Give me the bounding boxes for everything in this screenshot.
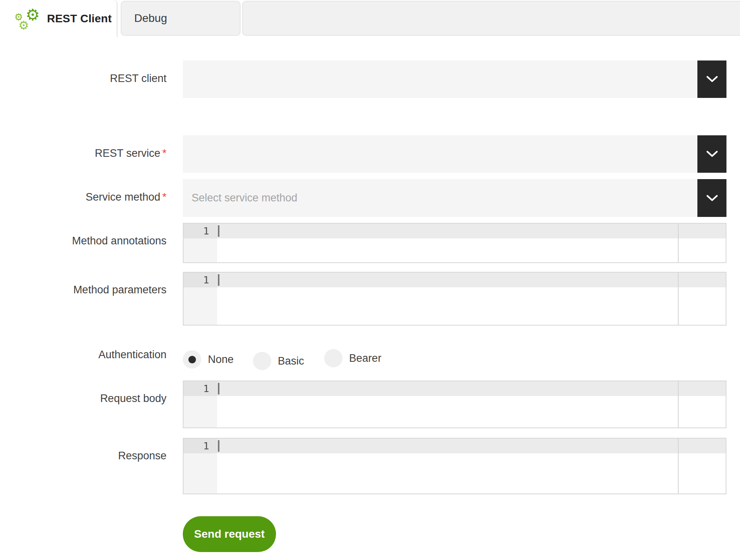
tab-rest-client[interactable]: ⚙ ⚙ ⚙ REST Client — [0, 0, 117, 37]
response-editor[interactable]: 1 — [183, 438, 726, 494]
tab-debug-label: Debug — [134, 12, 167, 25]
rest-service-select[interactable] — [183, 135, 726, 173]
send-request-button[interactable]: Send request — [183, 516, 276, 552]
service-method-dropdown-button[interactable] — [697, 179, 726, 217]
gears-icon: ⚙ ⚙ ⚙ — [14, 8, 39, 29]
editor-right-pane — [678, 273, 726, 325]
service-method-placeholder: Select service method — [192, 179, 298, 217]
radio-none[interactable]: None — [183, 350, 234, 369]
request-body-row: Request body 1 — [0, 380, 740, 428]
method-annotations-label: Method annotations — [0, 223, 183, 263]
rest-client-dropdown-button[interactable] — [697, 60, 726, 98]
rest-service-dropdown-button[interactable] — [697, 135, 726, 173]
tab-bar-filler — [242, 1, 740, 36]
line-number: 1 — [184, 273, 217, 287]
radio-basic[interactable]: Basic — [253, 352, 304, 370]
service-method-label: Service method* — [0, 179, 183, 217]
text-cursor — [218, 225, 219, 237]
text-cursor — [218, 440, 219, 452]
rest-service-row: REST service* — [0, 135, 740, 173]
editor-code-area[interactable] — [217, 224, 678, 262]
rest-client-select[interactable] — [183, 60, 726, 98]
line-number: 1 — [184, 224, 217, 238]
required-asterisk: * — [162, 147, 166, 159]
radio-none-label: None — [208, 353, 234, 366]
radio-unselected-icon — [324, 349, 343, 367]
radio-bearer[interactable]: Bearer — [324, 349, 382, 367]
gear-icon: ⚙ — [18, 20, 29, 31]
request-body-label: Request body — [0, 380, 183, 428]
text-cursor — [218, 274, 219, 286]
text-cursor — [218, 383, 219, 394]
radio-unselected-icon — [253, 352, 271, 370]
tab-rest-client-label: REST Client — [47, 12, 112, 25]
method-annotations-row: Method annotations 1 — [0, 223, 740, 263]
editor-code-area[interactable] — [217, 439, 678, 494]
rest-client-row: REST client — [0, 60, 740, 98]
line-number: 1 — [184, 439, 217, 453]
response-row: Response 1 — [0, 438, 740, 494]
method-parameters-label: Method parameters — [0, 272, 183, 326]
radio-selected-icon — [183, 350, 201, 369]
editor-right-pane — [678, 224, 726, 262]
editor-line-gutter: 1 — [184, 224, 217, 262]
editor-right-pane — [678, 439, 726, 494]
response-label: Response — [0, 438, 183, 494]
radio-bearer-label: Bearer — [349, 352, 382, 365]
method-parameters-editor[interactable]: 1 — [183, 272, 726, 326]
editor-line-gutter: 1 — [184, 381, 217, 427]
editor-line-gutter: 1 — [184, 439, 217, 494]
editor-right-pane — [678, 381, 726, 427]
authentication-row: Authentication None Basic Bearer — [0, 343, 740, 369]
rest-service-label: REST service* — [0, 135, 183, 173]
service-method-row: Service method* Select service method — [0, 179, 740, 217]
chevron-down-icon — [707, 76, 718, 82]
tab-debug[interactable]: Debug — [121, 1, 241, 36]
required-asterisk: * — [162, 191, 166, 203]
chevron-down-icon — [707, 151, 718, 157]
method-parameters-row: Method parameters 1 — [0, 272, 740, 326]
editor-code-area[interactable] — [217, 273, 678, 325]
chevron-down-icon — [707, 195, 718, 201]
request-body-editor[interactable]: 1 — [183, 380, 726, 428]
rest-client-label: REST client — [0, 60, 183, 98]
line-number: 1 — [184, 381, 217, 396]
method-annotations-editor[interactable]: 1 — [183, 223, 726, 263]
editor-code-area[interactable] — [217, 381, 678, 427]
radio-basic-label: Basic — [278, 355, 304, 367]
authentication-radio-group: None Basic Bearer — [183, 343, 726, 369]
tab-bar: ⚙ ⚙ ⚙ REST Client Debug — [0, 0, 740, 38]
authentication-label: Authentication — [0, 343, 183, 369]
service-method-select[interactable]: Select service method — [183, 179, 726, 217]
editor-line-gutter: 1 — [184, 273, 217, 325]
